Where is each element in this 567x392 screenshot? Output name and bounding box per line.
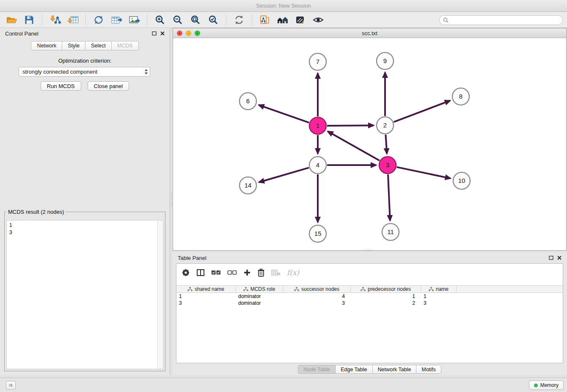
- main-toolbar: [0, 12, 567, 28]
- control-panel-tabs: NetworkStyleSelectMCDS: [0, 41, 170, 50]
- column-header-successor-nodes[interactable]: successor nodes: [283, 286, 351, 293]
- tab-node-table[interactable]: Node Table: [298, 365, 336, 374]
- edge-4-14[interactable]: [259, 168, 309, 182]
- export-image-button[interactable]: [127, 14, 142, 26]
- function-builder-button[interactable]: f(x): [287, 268, 299, 277]
- edge-2-3[interactable]: [385, 135, 387, 154]
- clone-network-button[interactable]: [257, 14, 272, 26]
- tab-style[interactable]: Style: [62, 41, 85, 50]
- table-settings-button[interactable]: [182, 268, 190, 277]
- node-4[interactable]: 4: [309, 157, 326, 174]
- float-panel-button[interactable]: [152, 31, 157, 36]
- select-all-columns-button[interactable]: [211, 270, 221, 276]
- node-6[interactable]: 6: [239, 93, 256, 110]
- edge-3-1[interactable]: [328, 131, 380, 160]
- deselect-all-columns-button[interactable]: [227, 270, 237, 276]
- node-11[interactable]: 11: [382, 224, 399, 240]
- column-header-shared-name[interactable]: shared name: [176, 286, 236, 293]
- columns-icon: [196, 269, 205, 276]
- node-15[interactable]: 15: [309, 225, 326, 242]
- control-panel: Control Panel NetworkStyleSelectMCDS Opt…: [0, 28, 170, 375]
- dropdown-stepper-icon: [144, 69, 148, 75]
- window-traffic-lights: [177, 30, 200, 36]
- optimization-dropdown[interactable]: strongly connected component: [19, 67, 150, 77]
- node-7[interactable]: 7: [309, 53, 326, 70]
- zoom-selected-button[interactable]: [206, 14, 221, 26]
- create-column-button[interactable]: [243, 269, 251, 276]
- tab-select[interactable]: Select: [85, 41, 112, 50]
- node-1[interactable]: 1: [309, 117, 326, 134]
- close-window-button[interactable]: [177, 30, 182, 36]
- node-14[interactable]: 14: [239, 177, 256, 194]
- node-table-container: f(x) shared nameMCDS rolesuccessor nodes…: [176, 263, 563, 363]
- search-input[interactable]: [451, 17, 559, 23]
- vertical-splitter[interactable]: [171, 193, 172, 206]
- first-neighbors-button[interactable]: [275, 14, 290, 26]
- edge-1-2[interactable]: [327, 125, 374, 126]
- import-table-file-button[interactable]: [65, 14, 80, 26]
- tab-edge-table[interactable]: Edge Table: [335, 365, 372, 374]
- tab-network[interactable]: Network: [31, 41, 62, 50]
- mcds-result-area[interactable]: 1 3: [6, 220, 163, 369]
- node-10[interactable]: 10: [453, 172, 470, 189]
- save-session-button[interactable]: [22, 14, 37, 26]
- memory-button-label: Memory: [540, 382, 559, 388]
- style-brush-icon: [295, 15, 306, 25]
- zoom-fit-button[interactable]: [188, 14, 203, 26]
- network-window-titlebar[interactable]: scc.txt: [173, 28, 566, 38]
- edge-3-11[interactable]: [388, 174, 390, 221]
- refresh-layout-button[interactable]: [231, 14, 247, 26]
- horizontal-splitter[interactable]: [365, 250, 373, 251]
- node-9[interactable]: 9: [377, 52, 394, 69]
- column-header-mcds-role[interactable]: MCDS role: [236, 286, 283, 293]
- zoom-out-button[interactable]: [170, 14, 185, 26]
- delete-column-button[interactable]: [257, 268, 265, 277]
- float-table-panel-button[interactable]: [549, 256, 553, 260]
- close-panel-button-bottom[interactable]: Close panel: [88, 81, 129, 91]
- control-panel-title: Control Panel: [5, 30, 39, 37]
- delete-table-button[interactable]: [271, 269, 281, 276]
- export-image-icon: [129, 15, 140, 25]
- result-scrollbar[interactable]: [157, 221, 163, 369]
- search-field[interactable]: [439, 15, 563, 25]
- export-table-button[interactable]: [109, 14, 124, 26]
- node-3[interactable]: 3: [379, 157, 396, 174]
- table-cell: 3: [283, 300, 351, 306]
- column-header-name[interactable]: name: [421, 286, 457, 293]
- node-2[interactable]: 2: [377, 117, 394, 134]
- edge-2-8[interactable]: [394, 101, 450, 122]
- import-network-file-button[interactable]: [47, 14, 63, 26]
- zoom-fit-icon: [190, 15, 201, 25]
- column-header-predecessor-nodes[interactable]: predecessor nodes: [351, 286, 421, 293]
- close-table-panel-button[interactable]: [557, 256, 561, 260]
- close-panel-button[interactable]: [160, 31, 165, 36]
- open-session-button[interactable]: [4, 14, 19, 26]
- svg-text:4: 4: [316, 161, 319, 168]
- memory-button[interactable]: Memory: [529, 381, 564, 390]
- show-hide-button[interactable]: [311, 14, 326, 26]
- list-icon: [9, 383, 13, 388]
- table-row[interactable]: 3dominator323: [176, 300, 563, 306]
- table-panel-title: Table Panel: [178, 255, 206, 261]
- tab-mcds[interactable]: MCDS: [111, 41, 139, 50]
- checked-boxes-icon: [211, 270, 221, 276]
- mcds-result-text: 1 3: [7, 221, 157, 369]
- node-8[interactable]: 8: [452, 88, 469, 105]
- table-row[interactable]: 1dominator411: [176, 293, 563, 300]
- run-mcds-button[interactable]: Run MCDS: [41, 81, 81, 91]
- task-history-button[interactable]: [6, 381, 16, 389]
- minimize-window-button[interactable]: [186, 30, 191, 36]
- network-graph[interactable]: 7968124314101511: [173, 38, 566, 250]
- network-canvas[interactable]: 7968124314101511: [173, 38, 566, 250]
- window-titlebar[interactable]: Session: New Session: [0, 0, 567, 12]
- maximize-window-button[interactable]: [195, 30, 200, 36]
- close-icon: [160, 31, 165, 36]
- show-columns-button[interactable]: [196, 269, 205, 276]
- zoom-in-button[interactable]: [152, 14, 168, 26]
- export-network-button[interactable]: [91, 14, 106, 26]
- style-button[interactable]: [293, 14, 308, 26]
- tab-motifs[interactable]: Motifs: [416, 365, 441, 374]
- tab-network-table[interactable]: Network Table: [372, 365, 417, 374]
- edge-1-6[interactable]: [259, 105, 309, 123]
- edge-3-10[interactable]: [397, 167, 451, 179]
